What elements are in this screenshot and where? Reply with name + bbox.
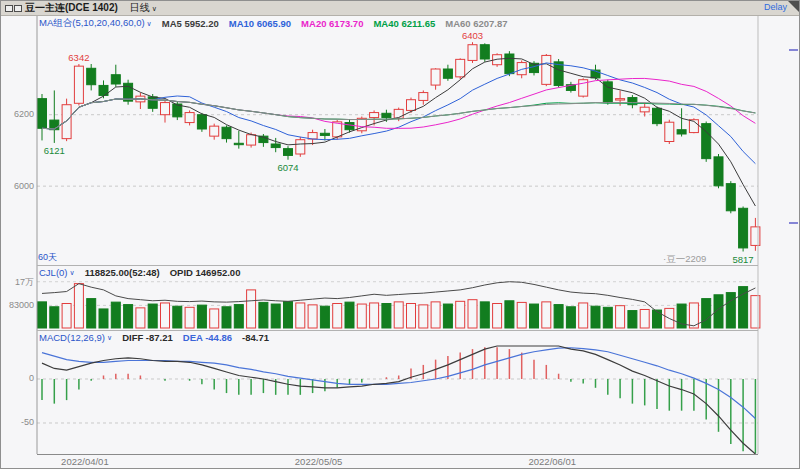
period-label: 日线 <box>130 1 150 15</box>
macd-indicator-label: MACD(12,26,9) <box>39 332 105 343</box>
macd-legend: MACD(12,26,9) ∨ DIFF -87.21 DEA -44.86 -… <box>39 332 269 343</box>
y-axis-label: 83000 <box>1 300 34 310</box>
price-annotation: 6403 <box>462 30 483 41</box>
chevron-down-icon: ∨ <box>147 20 152 27</box>
volume-legend: CJL(0) ∨ 118825.00(52:48) OPID 146952.00 <box>39 267 240 278</box>
ma-indicator-selector[interactable]: MA组合(5,10,20,40,60,0) ∨ <box>39 17 152 30</box>
macd-dea-value: DEA -44.86 <box>183 332 232 343</box>
ma20-value: MA20 6173.70 <box>301 18 363 29</box>
delay-link[interactable]: Delay <box>764 2 787 12</box>
app-window: 豆一主连(DCE 1402) 日线 ∨ Delay MA组合(5,10,20,4… <box>0 0 800 469</box>
ma-indicator-label: MA组合(5,10,20,40,60,0) <box>39 17 145 30</box>
chart-canvas[interactable] <box>1 1 800 469</box>
x-axis-label: 2022/04/01 <box>61 456 109 467</box>
chevron-down-icon: ∨ <box>70 269 75 276</box>
ma5-value: MA5 5952.20 <box>162 18 219 29</box>
corner-triangle-icon <box>788 1 799 12</box>
title-bar: 豆一主连(DCE 1402) 日线 ∨ <box>1 1 799 16</box>
y-axis-label: 6000 <box>1 181 34 191</box>
price-annotation: 6074 <box>277 162 298 173</box>
instrument-title: 豆一主连(DCE 1402) <box>25 1 118 15</box>
macd-indicator-selector[interactable]: MACD(12,26,9) ∨ <box>39 332 112 343</box>
volume-indicator-label: CJL(0) <box>39 267 68 278</box>
macd-bar-value: -84.71 <box>242 332 269 343</box>
macd-diff-value: DIFF -87.21 <box>122 332 173 343</box>
chevron-down-icon: ∨ <box>107 334 112 341</box>
range-selector[interactable]: 60天 <box>38 251 57 264</box>
ma40-value: MA40 6211.65 <box>373 18 435 29</box>
y-axis-label: 17万 <box>1 276 34 289</box>
ma60-value: MA60 6207.87 <box>445 18 507 29</box>
x-axis-label: 2022/06/01 <box>529 456 577 467</box>
chevron-down-icon: ∨ <box>152 5 157 12</box>
price-annotation: 6121 <box>44 145 65 156</box>
contract-watermark: ·豆一2209 <box>663 253 706 266</box>
volume-value: 118825.00(52:48) <box>85 267 160 278</box>
period-selector[interactable]: 日线 ∨ <box>130 1 157 15</box>
y-axis-label: -50 <box>1 417 34 427</box>
y-axis-label: 0 <box>1 373 34 383</box>
ma-legend: MA组合(5,10,20,40,60,0) ∨ MA5 5952.20 MA10… <box>39 17 508 30</box>
window-icon <box>5 5 22 12</box>
volume-indicator-selector[interactable]: CJL(0) ∨ <box>39 267 75 278</box>
price-annotation: 5817 <box>733 254 754 265</box>
ma10-value: MA10 6065.90 <box>229 18 291 29</box>
x-axis-label: 2022/05/05 <box>295 456 343 467</box>
price-annotation: 6342 <box>68 52 89 63</box>
opid-value: OPID 146952.00 <box>170 267 241 278</box>
y-axis-label: 6200 <box>1 109 34 119</box>
